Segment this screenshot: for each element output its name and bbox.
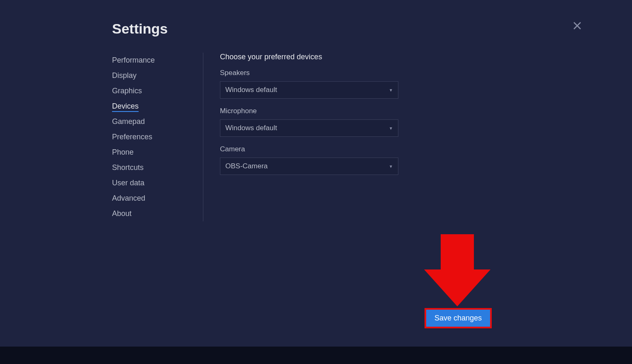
speakers-select[interactable]: Windows default ▼ [220, 81, 398, 99]
sidebar-item-phone[interactable]: Phone [112, 145, 195, 160]
page-title: Settings [112, 21, 632, 37]
sidebar-item-user-data[interactable]: User data [112, 175, 195, 191]
chevron-down-icon: ▼ [389, 88, 393, 92]
settings-main: Choose your preferred devices Speakers W… [203, 53, 632, 221]
sidebar-item-display[interactable]: Display [112, 68, 195, 83]
camera-label: Camera [220, 145, 632, 153]
speakers-value: Windows default [225, 86, 389, 94]
sidebar-item-shortcuts[interactable]: Shortcuts [112, 160, 195, 175]
chevron-down-icon: ▼ [389, 164, 393, 169]
microphone-select[interactable]: Windows default ▼ [220, 119, 398, 137]
microphone-field: Microphone Windows default ▼ [220, 107, 632, 137]
speakers-field: Speakers Windows default ▼ [220, 69, 632, 99]
camera-value: OBS-Camera [225, 162, 389, 170]
bottom-bar [0, 347, 632, 364]
sidebar-item-gamepad[interactable]: Gamepad [112, 114, 195, 129]
svg-marker-2 [424, 234, 490, 306]
microphone-label: Microphone [220, 107, 632, 115]
sidebar-item-about[interactable]: About [112, 206, 195, 221]
camera-select[interactable]: OBS-Camera ▼ [220, 158, 398, 175]
settings-sidebar: Performance Display Graphics Devices Gam… [112, 53, 203, 221]
arrow-down-icon [424, 301, 490, 308]
sidebar-item-performance[interactable]: Performance [112, 53, 195, 68]
close-button[interactable] [572, 21, 582, 31]
chevron-down-icon: ▼ [389, 126, 393, 131]
microphone-value: Windows default [225, 124, 389, 132]
save-changes-button[interactable]: Save changes [426, 310, 490, 327]
camera-field: Camera OBS-Camera ▼ [220, 145, 632, 175]
section-heading: Choose your preferred devices [220, 53, 632, 61]
sidebar-item-devices[interactable]: Devices [112, 99, 195, 114]
sidebar-item-preferences[interactable]: Preferences [112, 129, 195, 145]
annotation-arrow [424, 234, 490, 306]
close-icon [572, 25, 582, 32]
sidebar-item-graphics[interactable]: Graphics [112, 83, 195, 99]
sidebar-item-advanced[interactable]: Advanced [112, 191, 195, 206]
speakers-label: Speakers [220, 69, 632, 77]
save-button-highlight: Save changes [425, 308, 492, 328]
